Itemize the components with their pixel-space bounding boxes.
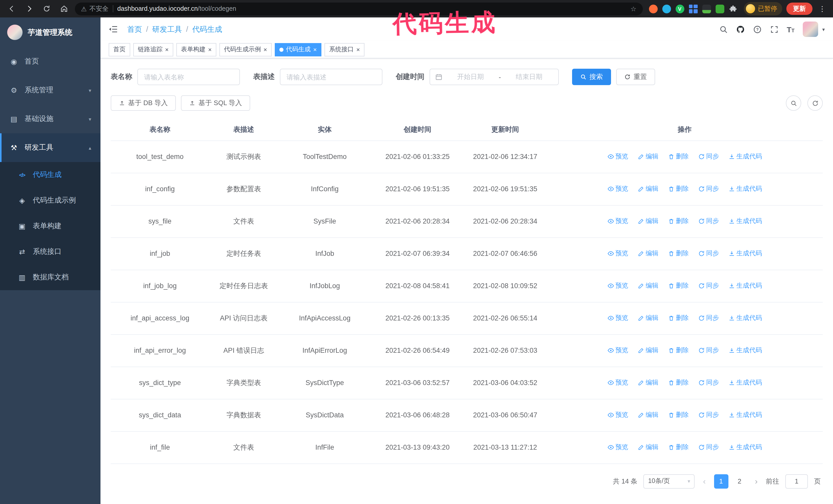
- row-action-delete[interactable]: 删除: [668, 410, 689, 419]
- row-action-generate[interactable]: 生成代码: [728, 249, 762, 258]
- github-icon[interactable]: [736, 25, 744, 33]
- row-action-edit[interactable]: 编辑: [638, 346, 659, 355]
- row-action-preview[interactable]: 预览: [607, 410, 628, 419]
- date-range-picker[interactable]: 开始日期 - 结束日期: [430, 69, 559, 85]
- breadcrumb-devtools[interactable]: 研发工具: [152, 24, 182, 34]
- row-action-delete[interactable]: 删除: [668, 184, 689, 193]
- browser-menu-icon[interactable]: ⋮: [816, 5, 828, 13]
- table-name-input[interactable]: [137, 69, 240, 85]
- row-action-preview[interactable]: 预览: [607, 443, 628, 452]
- row-action-preview[interactable]: 预览: [607, 378, 628, 387]
- row-action-delete[interactable]: 删除: [668, 443, 689, 452]
- search-icon[interactable]: [719, 25, 728, 33]
- row-action-edit[interactable]: 编辑: [638, 443, 659, 452]
- profile-paused-chip[interactable]: 已暂停: [743, 2, 782, 16]
- tab-system-api[interactable]: 系统接口×: [325, 43, 364, 56]
- sidebar-item-home[interactable]: ◉首页: [0, 47, 100, 76]
- search-button[interactable]: 搜索: [572, 69, 611, 85]
- row-action-edit[interactable]: 编辑: [638, 281, 659, 290]
- browser-forward-icon[interactable]: [23, 2, 36, 16]
- grid-extension-icon[interactable]: [689, 4, 697, 13]
- row-action-sync[interactable]: 同步: [698, 184, 719, 193]
- row-action-sync[interactable]: 同步: [698, 314, 719, 322]
- sidebar-item-codegen[interactable]: </>代码生成: [0, 162, 100, 188]
- tab-codegen[interactable]: 代码生成×: [275, 43, 322, 56]
- row-action-edit[interactable]: 编辑: [638, 249, 659, 258]
- security-warning[interactable]: ⚠ 不安全: [81, 4, 109, 13]
- row-action-delete[interactable]: 删除: [668, 217, 689, 225]
- reset-button[interactable]: 重置: [616, 69, 655, 85]
- tab-home[interactable]: 首页: [109, 43, 130, 56]
- sidebar-item-db-doc[interactable]: ▥数据库文档: [0, 265, 100, 290]
- row-action-preview[interactable]: 预览: [607, 249, 628, 258]
- row-action-edit[interactable]: 编辑: [638, 217, 659, 225]
- tab-tracer[interactable]: 链路追踪×: [133, 43, 173, 56]
- page-size-select[interactable]: 10条/页 ▾: [644, 474, 695, 488]
- sidebar-item-devtools[interactable]: ⚒研发工具▴: [0, 133, 100, 162]
- row-action-sync[interactable]: 同步: [698, 217, 719, 225]
- table-desc-input[interactable]: [280, 69, 382, 85]
- row-action-delete[interactable]: 删除: [668, 152, 689, 161]
- green-extension-icon[interactable]: [715, 4, 724, 13]
- row-action-preview[interactable]: 预览: [607, 281, 628, 290]
- sidebar-fold-icon[interactable]: [109, 25, 118, 34]
- green-check-extension-icon[interactable]: V: [675, 4, 684, 13]
- row-action-sync[interactable]: 同步: [698, 152, 719, 161]
- close-tab-icon[interactable]: ×: [208, 46, 212, 52]
- logo-bar[interactable]: 芋道管理系统: [0, 18, 100, 47]
- row-action-generate[interactable]: 生成代码: [728, 314, 762, 322]
- page-button-2[interactable]: 2: [732, 474, 747, 488]
- row-action-edit[interactable]: 编辑: [638, 314, 659, 322]
- import-db-button[interactable]: 基于 DB 导入: [111, 95, 176, 111]
- bookmark-star-icon[interactable]: ☆: [630, 5, 636, 13]
- row-action-edit[interactable]: 编辑: [638, 410, 659, 419]
- hide-search-button[interactable]: [786, 95, 801, 111]
- row-action-generate[interactable]: 生成代码: [728, 152, 762, 161]
- row-action-delete[interactable]: 删除: [668, 346, 689, 355]
- close-tab-icon[interactable]: ×: [263, 46, 267, 52]
- row-action-sync[interactable]: 同步: [698, 281, 719, 290]
- row-action-preview[interactable]: 预览: [607, 314, 628, 322]
- font-size-icon[interactable]: TT: [787, 25, 794, 33]
- row-action-preview[interactable]: 预览: [607, 217, 628, 225]
- goto-page-input[interactable]: [785, 474, 808, 488]
- row-action-generate[interactable]: 生成代码: [728, 184, 762, 193]
- row-action-generate[interactable]: 生成代码: [728, 346, 762, 355]
- row-action-sync[interactable]: 同步: [698, 410, 719, 419]
- avatar[interactable]: [803, 22, 818, 37]
- row-action-delete[interactable]: 删除: [668, 314, 689, 322]
- row-action-delete[interactable]: 删除: [668, 378, 689, 387]
- help-icon[interactable]: ?: [753, 25, 761, 33]
- row-action-delete[interactable]: 删除: [668, 281, 689, 290]
- row-action-preview[interactable]: 预览: [607, 346, 628, 355]
- row-action-sync[interactable]: 同步: [698, 346, 719, 355]
- row-action-generate[interactable]: 生成代码: [728, 217, 762, 225]
- row-action-edit[interactable]: 编辑: [638, 152, 659, 161]
- sidebar-item-system[interactable]: ⚙系统管理▾: [0, 76, 100, 104]
- page-button-1[interactable]: 1: [714, 474, 728, 488]
- blue-extension-icon[interactable]: [662, 4, 671, 13]
- row-action-sync[interactable]: 同步: [698, 443, 719, 452]
- chrome-update-button[interactable]: 更新: [786, 3, 812, 15]
- sidebar-item-form-builder[interactable]: ▣表单构建: [0, 213, 100, 239]
- row-action-sync[interactable]: 同步: [698, 378, 719, 387]
- close-tab-icon[interactable]: ×: [356, 46, 360, 52]
- puzzle-icon[interactable]: [729, 4, 737, 13]
- close-tab-icon[interactable]: ×: [313, 46, 317, 52]
- row-action-generate[interactable]: 生成代码: [728, 410, 762, 419]
- import-sql-button[interactable]: 基于 SQL 导入: [181, 95, 251, 111]
- row-action-generate[interactable]: 生成代码: [728, 443, 762, 452]
- tab-form-builder[interactable]: 表单构建×: [176, 43, 216, 56]
- row-action-delete[interactable]: 删除: [668, 249, 689, 258]
- row-action-generate[interactable]: 生成代码: [728, 281, 762, 290]
- breadcrumb-home[interactable]: 首页: [127, 24, 142, 34]
- prev-page-button[interactable]: ‹: [701, 477, 708, 486]
- browser-reload-icon[interactable]: [40, 2, 53, 16]
- date-start-placeholder[interactable]: 开始日期: [447, 72, 495, 81]
- sidebar-item-system-api[interactable]: ⇄系统接口: [0, 239, 100, 265]
- tab-codegen-example[interactable]: 代码生成示例×: [219, 43, 272, 56]
- chevron-down-icon[interactable]: ▾: [822, 26, 825, 32]
- address-bar[interactable]: ⚠ 不安全 dashboard.yudao.iocoder.cn/tool/co…: [75, 2, 643, 15]
- fullscreen-icon[interactable]: [770, 25, 779, 33]
- row-action-edit[interactable]: 编辑: [638, 184, 659, 193]
